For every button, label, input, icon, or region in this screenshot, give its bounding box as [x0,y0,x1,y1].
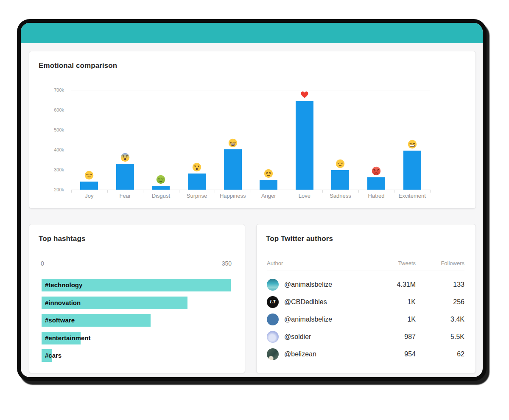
avatar [267,348,279,360]
hashtag-label: #software [45,314,75,327]
hashtag-row: #cars [42,349,231,362]
y-axis-label: 500k [37,127,64,132]
chart-slot-love [287,90,323,190]
hashtag-label: #cars [45,349,62,362]
tweets-count: 1K [371,298,416,306]
hashtags-axis-line [42,270,231,270]
chart-slot-excitement [394,90,430,190]
hashtags-axis-tick-label: 350 [222,260,232,267]
author-cell: @belizean [267,348,371,360]
top-hashtags-card: Top hashtags 0350 #technology#innovation… [29,224,245,373]
x-axis-label-sadness: Sadness [322,193,358,199]
axis-tick [287,190,287,193]
window-topbar [21,23,483,43]
authors-card-title: Top Twitter authors [266,235,333,243]
y-axis-label: 200k [37,187,64,192]
x-axis-label-joy: Joy [71,193,107,199]
axis-tick [358,190,359,193]
axis-tick [215,190,215,193]
author-cell: @animalsbelize [267,279,371,291]
emotional-chart-x-axis: JoyFearDisgustSurpriseHappinessAngerLove… [71,193,430,199]
bar-happiness[interactable] [224,149,242,190]
chart-slot-hatred [358,90,394,190]
hashtag-row: #technology [42,279,231,291]
chart-slot-joy [71,90,107,190]
open-mouth-face-icon [192,162,201,172]
bar-joy[interactable] [80,182,98,190]
x-axis-label-hatred: Hatred [358,193,394,199]
axis-tick [179,190,179,193]
hashtag-row: #software [42,314,231,327]
bar-disgust[interactable] [152,186,170,190]
authors-table-rows: @animalsbelize4.31M133LT@CBDedibles1K256… [257,276,475,363]
chart-slot-surprise [179,90,215,190]
bar-surprise[interactable] [188,174,206,190]
chart-slot-happiness [215,90,251,190]
x-axis-label-happiness: Happiness [215,193,251,199]
authors-table-header: AuthorTweetsFollowers [257,260,475,266]
hashtags-card-title: Top hashtags [39,235,85,243]
bar-sadness[interactable] [331,170,349,190]
hashtags-axis-tick-label: 0 [41,260,44,267]
followers-count: 5.5K [416,333,464,341]
x-axis-label-fear: Fear [107,193,143,199]
author-handle[interactable]: @belizean [284,350,316,358]
author-cell: @soldier [267,331,371,343]
author-handle[interactable]: @animalsbelize [284,316,332,323]
x-axis-label-love: Love [287,193,323,199]
axis-tick [394,190,394,193]
axis-tick [251,190,251,193]
table-row[interactable]: @soldier9875.5K [257,328,475,345]
bar-love[interactable] [296,101,313,190]
table-row[interactable]: @belizean95462 [257,345,475,363]
y-axis-label: 600k [37,107,64,112]
x-axis-label-anger: Anger [251,193,287,199]
grinning-face-icon [228,138,238,148]
avatar [267,331,279,343]
col-header-author: Author [267,260,371,266]
y-axis-label: 300k [37,167,64,172]
bar-excitement[interactable] [403,151,421,190]
tweets-count: 954 [371,350,416,358]
author-cell: LT@CBDedibles [267,296,371,308]
tweets-count: 987 [371,333,416,341]
bar-anger[interactable] [260,180,277,190]
axis-tick [143,190,143,193]
bar-fear[interactable] [116,164,134,190]
tweets-count: 4.31M [371,281,416,288]
chart-slot-anger [251,90,287,190]
bar-hatred[interactable] [367,177,385,190]
hashtag-row: #innovation [42,297,231,309]
table-row[interactable]: @animalsbelize1K3.4K [257,311,475,328]
table-row[interactable]: @animalsbelize4.31M133 [257,276,475,293]
hashtags-bar-chart: #technology#innovation#software#entertai… [42,279,231,367]
dashboard-page: Emotional comparison JoyFearDisgustSurpr… [0,0,509,420]
hashtag-label: #innovation [45,297,81,309]
followers-count: 62 [416,350,464,358]
avatar [267,279,279,291]
authors-header-divider [267,271,464,271]
tweets-count: 1K [371,316,416,323]
emotional-card-title: Emotional comparison [39,62,117,70]
chart-slot-sadness [322,90,358,190]
axis-tick [107,190,108,193]
x-axis-label-excitement: Excitement [394,193,430,199]
fearful-face-icon [120,153,130,162]
author-cell: @animalsbelize [267,314,371,325]
avatar: LT [267,296,279,308]
author-handle[interactable]: @CBDedibles [284,298,327,306]
angry-face-icon [264,169,273,178]
followers-count: 256 [416,298,464,306]
hashtags-axis-labels: 0350 [41,260,232,267]
x-axis-label-disgust: Disgust [143,193,179,199]
beaming-face-icon [408,140,417,149]
author-handle[interactable]: @animalsbelize [284,281,332,288]
axis-tick [322,190,323,193]
followers-count: 3.4K [416,316,464,323]
author-handle[interactable]: @soldier [284,333,311,341]
x-axis-label-surprise: Surprise [179,193,215,199]
hashtag-label: #technology [45,279,82,291]
table-row[interactable]: LT@CBDedibles1K256 [257,293,475,311]
axis-tick [71,190,72,193]
nauseated-face-icon [156,175,165,184]
